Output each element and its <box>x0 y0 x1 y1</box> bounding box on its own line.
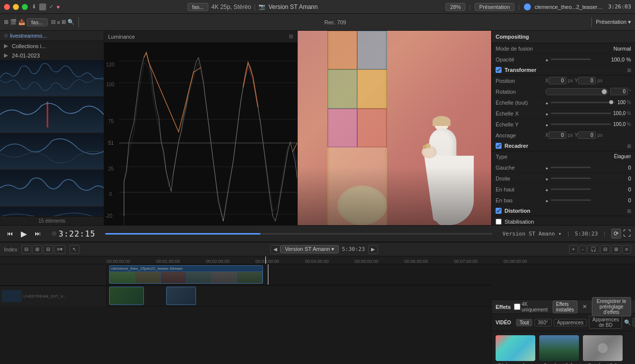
audio-clip-1[interactable] <box>109 287 144 305</box>
stabilisation-checkbox[interactable] <box>496 219 502 225</box>
timeline-next-btn[interactable]: ▶ <box>368 245 378 254</box>
rotation-dial[interactable] <box>545 88 608 95</box>
presentation-toolbar-btn[interactable]: Présentation ▾ <box>596 19 631 25</box>
timeline-area: Index ⊟ ⊞ ⊟ ≡▾ ↖ ◀ Version ST Amann ▾ 5:… <box>0 242 635 306</box>
distortion-checkbox[interactable] <box>496 208 502 214</box>
appearances-filter-btn[interactable]: Apparences <box>554 319 587 326</box>
pos-y-input[interactable] <box>578 77 596 84</box>
select-tool-btn[interactable]: ↖ <box>69 245 79 254</box>
version-dropdown[interactable]: Version ST Amann ▾ <box>503 231 562 237</box>
scale-all-slider[interactable] <box>551 102 615 103</box>
anchor-x-label: X <box>545 132 549 138</box>
transformer-expand-icon[interactable]: ⊞ <box>627 67 631 73</box>
distortion-icon[interactable]: ⊞ <box>627 208 631 214</box>
minimize-button[interactable] <box>13 4 19 10</box>
droite-slider[interactable] <box>551 178 591 179</box>
anchor-x-input[interactable] <box>549 131 567 139</box>
thumbnail-3[interactable] <box>0 133 104 169</box>
titlebar-right: 28% | Présentation | clemence_theo...2_t… <box>445 3 631 11</box>
timeline-version[interactable]: Version ST Amann ▾ <box>280 245 339 253</box>
search-toolbar-icon[interactable]: 🔍 <box>67 19 74 25</box>
livestream-lib[interactable]: livestreammo... <box>10 33 47 39</box>
en-haut-slider[interactable] <box>551 188 591 190</box>
list-view-icon[interactable]: ≡ <box>57 19 60 25</box>
gauche-label: Gauche <box>496 165 545 171</box>
effect-card-broadcast-safe[interactable]: Broadcast Safe <box>539 335 579 364</box>
timeline-right-tools: + - 🎧 ⊟ ⊞ ≡ <box>569 245 631 254</box>
presentation-btn[interactable]: Présentation <box>475 3 514 11</box>
collections-item[interactable]: ▶ Collections i... <box>0 41 104 51</box>
scale-x-slider[interactable] <box>551 113 611 114</box>
svg-text:75: 75 <box>108 119 114 124</box>
position-row: Position X px Y px <box>492 75 635 86</box>
library-name[interactable]: fas... <box>27 18 48 26</box>
tool-btn-3[interactable]: ⊟ <box>43 245 53 254</box>
project-name[interactable]: fas... <box>188 3 208 11</box>
svg-text:-20: -20 <box>105 213 113 219</box>
video-clip-1[interactable]: clemence_theo_25juin22_teaser-Stream <box>109 265 263 284</box>
filter-icon[interactable]: ⊞ <box>62 19 66 25</box>
camera-icon: 📷 <box>258 3 265 10</box>
fullscreen-btn[interactable]: ⛶ <box>623 229 631 238</box>
prev-frame-btn[interactable]: ⏮ <box>4 228 16 240</box>
timeline-tool-3[interactable]: ≡ <box>622 245 631 254</box>
transformer-checkbox[interactable] <box>496 67 502 73</box>
ruler-mark-4: 00:04:00:00 <box>305 259 329 264</box>
svg-text:120: 120 <box>106 62 115 67</box>
next-frame-btn[interactable]: ⏭ <box>32 228 44 240</box>
4k-checkbox[interactable] <box>514 303 520 310</box>
recadrer-expand-icon[interactable]: ⊞ <box>627 143 631 149</box>
save-preset-btn[interactable]: Enregistrer le préréglage d'effets <box>592 297 631 316</box>
audio-clip-2[interactable] <box>166 287 196 305</box>
scope-expand-icon[interactable]: ⊞ <box>289 33 293 40</box>
grid-view-icon[interactable]: ⊟ <box>51 19 56 25</box>
scale-y-slider[interactable] <box>551 123 611 125</box>
headphones-btn[interactable]: 🎧 <box>587 245 599 254</box>
tool-btn-1[interactable]: ⊟ <box>21 245 31 254</box>
installed-filter-btn[interactable]: Effets installés <box>553 301 577 313</box>
effect-card-reglage[interactable]: Réglage couleurs <box>496 335 535 364</box>
effects-category-filters: VIDÉO Tout 360° Apparences Apparences de… <box>492 314 635 331</box>
bottom-track-thumbs: LIVESTREAM_SST_V... <box>2 290 104 302</box>
all-filter-btn[interactable]: Tout <box>516 319 532 326</box>
titlebar: ⬇ ✓ ♥ fas... 4K 25p, Stéréo | 📷 Version … <box>0 0 635 14</box>
timeline-prev-btn[interactable]: ◀ <box>270 245 280 254</box>
fusion-mode-value[interactable]: Normal <box>545 46 631 52</box>
close-button[interactable] <box>4 4 10 10</box>
zoom-in-btn[interactable]: + <box>569 245 578 254</box>
anchor-y-input[interactable] <box>578 131 596 139</box>
timeline-tool-2[interactable]: ⊞ <box>611 245 621 254</box>
type-value[interactable]: Élaguer <box>614 154 631 159</box>
thumbnail-4[interactable] <box>0 170 104 206</box>
en-bas-row: En bas ⬥ 0 <box>492 195 635 206</box>
rotation-input[interactable] <box>610 88 628 95</box>
bd-filter-btn[interactable]: Apparences de BD <box>589 316 622 329</box>
index-label: Index <box>4 246 17 252</box>
thumbnail-1[interactable] <box>0 60 104 96</box>
effect-thumb-broadcast-salt <box>583 335 623 361</box>
distortion-section: Distortion ⊞ <box>492 206 635 216</box>
recadrer-checkbox[interactable] <box>496 143 502 149</box>
360-filter-btn[interactable]: 360° <box>534 319 552 326</box>
tool-btn-2[interactable]: ⊞ <box>32 245 42 254</box>
timeline-scrubber[interactable] <box>105 233 492 235</box>
thumbnail-5[interactable] <box>0 207 104 216</box>
nav-back-icon[interactable]: ⬇ <box>32 3 36 10</box>
zoom-out-btn[interactable]: - <box>579 245 586 254</box>
zoom-btn[interactable]: 28% <box>445 3 465 11</box>
effects-close-btn[interactable]: ✕ <box>582 303 587 310</box>
timeline-tool-1[interactable]: ⊟ <box>600 245 610 254</box>
maximize-button[interactable] <box>22 4 28 10</box>
effect-card-broadcast-salt[interactable]: Broadcast Salt <box>583 335 623 364</box>
loop-btn[interactable]: ⟳ <box>611 229 621 239</box>
opacity-slider[interactable] <box>551 59 591 60</box>
en-bas-slider[interactable] <box>551 199 591 201</box>
pos-x-input[interactable] <box>549 77 567 84</box>
effects-search-input[interactable] <box>633 318 635 327</box>
pos-y-label: Y <box>574 78 578 83</box>
gauche-slider[interactable] <box>551 167 591 168</box>
date-item[interactable]: ▶ 24-01-2023 <box>0 51 104 60</box>
tool-btn-4[interactable]: ≡▾ <box>54 245 65 254</box>
thumbnail-2[interactable] <box>0 97 104 132</box>
play-pause-btn[interactable]: ▶ <box>18 228 30 240</box>
